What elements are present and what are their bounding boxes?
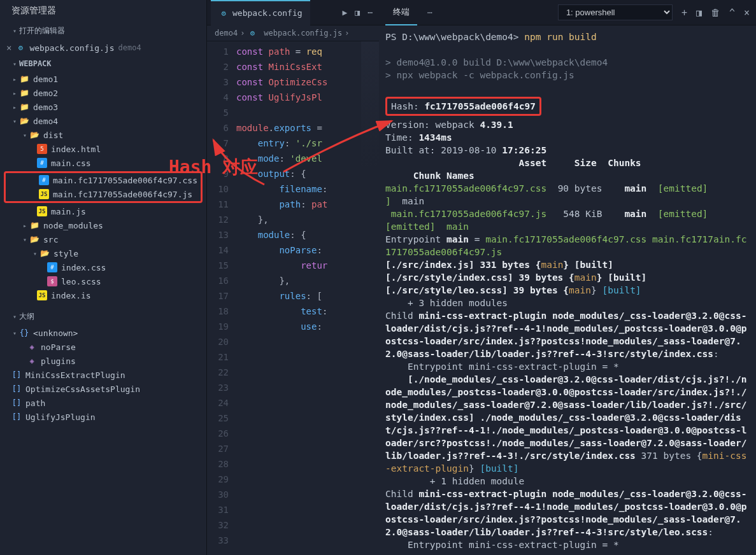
folder-icon: 📁 <box>19 74 29 84</box>
code-editor[interactable]: 1234567891011121314151617181920212223242… <box>207 41 379 555</box>
folder-node-modules[interactable]: ▸📁node_modules <box>0 218 206 232</box>
kill-terminal-icon[interactable]: 🗑 <box>711 7 720 18</box>
outline-uglify[interactable]: []UglifyJsPlugin <box>0 410 206 424</box>
brackets-icon: [] <box>11 412 22 422</box>
workspace-section[interactable]: ▾WEBPACK <box>0 55 206 72</box>
outline-noparse[interactable]: ◈noParse <box>0 340 206 354</box>
file-index-is[interactable]: JSindex.is <box>0 288 206 302</box>
js-icon: JS <box>39 189 49 199</box>
open-editor-folder: demo4 <box>118 43 141 52</box>
cube-icon: ◈ <box>27 342 37 352</box>
file-index-html[interactable]: 5index.html <box>0 142 206 156</box>
open-editors-section[interactable]: ▾打开的编辑器 <box>0 22 206 40</box>
more-icon[interactable]: ⋯ <box>427 8 432 17</box>
explorer-sidebar: 资源管理器 ▾打开的编辑器 × ⚙ webpack.config.js demo… <box>0 0 207 555</box>
maximize-icon[interactable]: ^ <box>729 7 735 18</box>
file-main-hash-js[interactable]: JSmain.fc1717055ade006f4c97.js <box>6 187 201 201</box>
js-icon: JS <box>37 206 47 216</box>
css-icon: # <box>39 175 49 185</box>
folder-open-icon: 📂 <box>29 234 39 244</box>
brackets-icon: [] <box>11 384 22 394</box>
file-main-hash-css[interactable]: #main.fc1717055ade006f4c97.css <box>6 173 201 187</box>
editor-pane: ⚙ webpack.config ▶ ◨ ⋯ demo4 › ⚙ webpack… <box>207 0 379 555</box>
brackets-icon: [] <box>11 398 22 408</box>
terminal-tab[interactable]: 终端 <box>385 0 417 25</box>
scss-icon: $ <box>47 276 57 286</box>
folder-icon: 📁 <box>19 88 29 98</box>
close-icon[interactable]: × <box>6 43 11 53</box>
config-icon: ⚙ <box>218 8 229 18</box>
brackets-icon: {} <box>19 328 29 338</box>
folder-demo4[interactable]: ▾📂demo4 <box>0 114 206 128</box>
outline-plugins[interactable]: ◈plugins <box>0 354 206 368</box>
split-terminal-icon[interactable]: ◨ <box>696 7 702 18</box>
close-panel-icon[interactable]: × <box>744 7 750 18</box>
folder-open-icon: 📂 <box>19 116 29 126</box>
config-icon: ⚙ <box>247 28 257 38</box>
folder-src[interactable]: ▾📂src <box>0 232 206 246</box>
css-icon: # <box>37 158 47 168</box>
run-icon[interactable]: ▶ <box>343 8 348 17</box>
outline-path[interactable]: []path <box>0 396 206 410</box>
file-main-css[interactable]: #main.css <box>0 156 206 170</box>
more-icon[interactable]: ⋯ <box>367 8 373 17</box>
outline-optcss[interactable]: []OptimizeCssAssetsPlugin <box>0 382 206 396</box>
folder-demo3[interactable]: ▸📁demo3 <box>0 100 206 114</box>
config-icon: ⚙ <box>15 43 25 53</box>
explorer-title: 资源管理器 <box>0 0 206 22</box>
file-tree: ▸📁demo1 ▸📁demo2 ▸📁demo3 ▾📂demo4 ▾📂dist 5… <box>0 72 206 302</box>
terminal-selector[interactable]: 1: powershell <box>558 4 673 20</box>
folder-demo1[interactable]: ▸📁demo1 <box>0 72 206 86</box>
cube-icon: ◈ <box>27 356 37 366</box>
editor-tab[interactable]: ⚙ webpack.config <box>211 0 310 25</box>
file-index-css[interactable]: #index.css <box>0 260 206 274</box>
editor-tabbar: ⚙ webpack.config ▶ ◨ ⋯ <box>207 0 379 25</box>
open-editor-item[interactable]: × ⚙ webpack.config.js demo4 <box>0 40 206 55</box>
outline-unknown[interactable]: ▾{}<unknown> <box>0 326 206 340</box>
outline-tree: ▾{}<unknown> ◈noParse ◈plugins []MiniCss… <box>0 326 206 424</box>
tab-label: webpack.config <box>232 8 303 18</box>
new-terminal-icon[interactable]: + <box>681 7 687 18</box>
folder-open-icon: 📂 <box>39 248 50 258</box>
terminal-body[interactable]: PS D:\www\webpack\demo4> npm run build >… <box>379 25 756 555</box>
minimap[interactable] <box>361 41 379 169</box>
folder-icon: 📁 <box>29 220 39 230</box>
line-gutter: 1234567891011121314151617181920212223242… <box>207 41 236 555</box>
code-body[interactable]: const path = reqconst MiniCssExtconst Op… <box>236 41 379 555</box>
outline-minicss[interactable]: []MiniCssExtractPlugin <box>0 368 206 382</box>
outline-section[interactable]: ▾大纲 <box>0 307 206 326</box>
folder-open-icon: 📂 <box>29 130 39 140</box>
open-editor-filename: webpack.config.js <box>29 43 114 53</box>
folder-demo2[interactable]: ▸📁demo2 <box>0 86 206 100</box>
css-icon: # <box>47 262 57 272</box>
js-icon: JS <box>37 290 47 300</box>
breadcrumb[interactable]: demo4 › ⚙ webpack.config.js › <box>207 25 379 41</box>
file-main-js[interactable]: JSmain.js <box>0 204 206 218</box>
terminal-pane: 终端 ⋯ 1: powershell + ◨ 🗑 ^ × PS D:\www\w… <box>379 0 756 555</box>
split-icon[interactable]: ◨ <box>355 8 360 17</box>
terminal-header: 终端 ⋯ 1: powershell + ◨ 🗑 ^ × <box>379 0 756 25</box>
folder-style[interactable]: ▾📂style <box>0 246 206 260</box>
folder-icon: 📁 <box>19 102 29 112</box>
html-icon: 5 <box>37 144 47 154</box>
folder-dist[interactable]: ▾📂dist <box>0 128 206 142</box>
file-leo-scss[interactable]: $leo.scss <box>0 274 206 288</box>
brackets-icon: [] <box>11 370 22 380</box>
annotation-redbox-files: #main.fc1717055ade006f4c97.css JSmain.fc… <box>4 171 203 203</box>
